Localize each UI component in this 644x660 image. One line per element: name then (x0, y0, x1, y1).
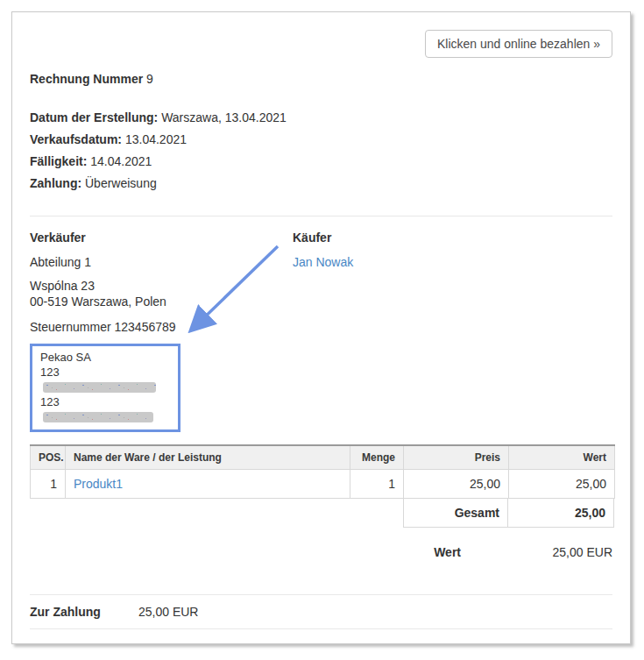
bank-account-line: 123 (40, 365, 170, 394)
items-table-header-row: POS. Name der Ware / der Leistung Menge … (31, 445, 615, 470)
col-header-wert: Wert (509, 445, 615, 470)
table-total-row: Gesamt 25,00 (30, 499, 614, 528)
payment-due-row: Zur Zahlung 25,00 EUR (30, 595, 612, 628)
invoice-card: Klicken und online bezahlen » Rechnung N… (11, 11, 631, 644)
meta-value: 14.04.2021 (90, 154, 152, 168)
buyer-heading: Käufer (293, 231, 612, 245)
invoice-title: Rechnung Nummer 9 (30, 72, 612, 86)
value-summary-label: Wert (434, 545, 461, 559)
parties-section: Verkäufer Abteilung 1 Wspólna 23 00-519 … (30, 216, 612, 432)
seller-name: Abteilung 1 (30, 254, 293, 270)
item-name-cell: Produkt1 (66, 470, 350, 499)
bank-name: Pekao SA (40, 350, 170, 365)
meta-label: Zahlung: (30, 176, 81, 190)
invoice-title-label: Rechnung Nummer (30, 72, 143, 86)
value-summary-row: Wert 25,00 EUR (30, 545, 612, 559)
toolbar: Klicken und online bezahlen » (30, 30, 612, 58)
meta-label: Datum der Erstellung: (30, 110, 158, 124)
item-value: 25,00 (509, 470, 615, 499)
item-pos: 1 (31, 470, 66, 499)
invoice-meta: Datum der Erstellung: Warszawa, 13.04.20… (30, 107, 612, 195)
seller-street: Wspólna 23 (30, 278, 293, 294)
redacted-account-number (43, 412, 153, 422)
divider (30, 628, 612, 629)
item-quantity: 1 (350, 470, 404, 499)
value-summary-amount: 25,00 EUR (503, 545, 612, 559)
col-header-menge: Menge (350, 445, 404, 470)
meta-creation-date: Datum der Erstellung: Warszawa, 13.04.20… (30, 107, 612, 129)
item-price: 25,00 (404, 470, 509, 499)
buyer-block: Käufer Jan Nowak (293, 231, 612, 432)
meta-label: Fälligkeit: (30, 154, 87, 168)
redacted-account-number (43, 382, 156, 393)
items-section: POS. Name der Ware / der Leistung Menge … (30, 444, 612, 528)
total-value: 25,00 (508, 499, 614, 528)
seller-heading: Verkäufer (30, 231, 293, 245)
meta-due-date: Fälligkeit: 14.04.2021 (30, 151, 612, 173)
meta-label: Verkaufsdatum: (30, 132, 122, 146)
meta-value: Warszawa, 13.04.2021 (161, 110, 287, 124)
product-link[interactable]: Produkt1 (74, 477, 123, 491)
total-label: Gesamt (403, 499, 508, 528)
bank-account-line: 123 (40, 394, 170, 424)
col-header-preis: Preis (404, 445, 509, 470)
seller-city: 00-519 Warszawa, Polen (30, 294, 293, 309)
buyer-name-link[interactable]: Jan Nowak (293, 255, 353, 269)
seller-address: Wspólna 23 00-519 Warszawa, Polen (30, 278, 293, 309)
meta-sale-date: Verkaufsdatum: 13.04.2021 (30, 129, 612, 151)
meta-value: Überweisung (85, 176, 157, 190)
seller-block: Verkäufer Abteilung 1 Wspólna 23 00-519 … (30, 231, 293, 432)
payment-due-label: Zur Zahlung (30, 605, 138, 619)
col-header-name: Name der Ware / der Leistung (66, 445, 350, 470)
account-prefix: 123 (40, 395, 60, 408)
col-header-pos: POS. (31, 445, 66, 470)
account-prefix: 123 (40, 365, 60, 379)
meta-value: 13.04.2021 (125, 132, 187, 146)
seller-tax-number: Steuernummer 123456789 (30, 319, 293, 335)
bank-details-highlight-box: Pekao SA 123 123 (30, 344, 180, 432)
invoice-number: 9 (146, 72, 153, 86)
meta-payment-method: Zahlung: Überweisung (30, 173, 612, 195)
pay-online-button[interactable]: Klicken und online bezahlen » (425, 30, 612, 58)
payment-due-amount: 25,00 EUR (138, 605, 198, 619)
table-row: 1 Produkt1 1 25,00 25,00 (31, 470, 615, 499)
items-table: POS. Name der Ware / der Leistung Menge … (30, 444, 615, 499)
